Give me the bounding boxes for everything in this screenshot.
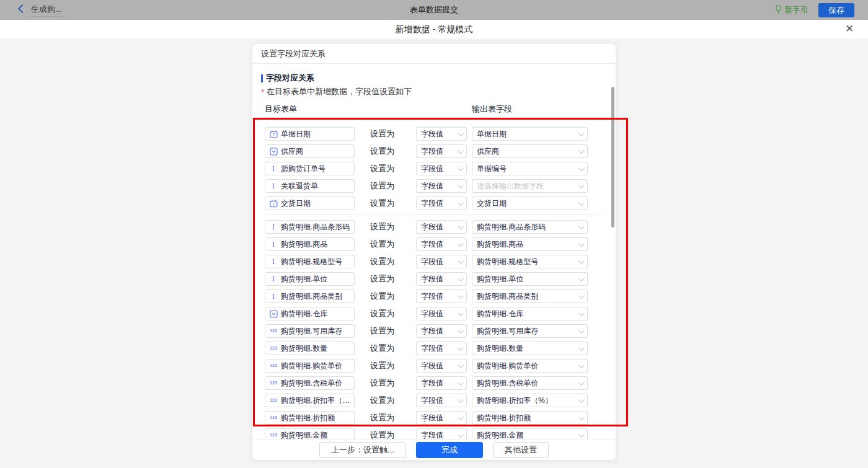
target-field-input[interactable]: 123购货明细.数量 [265, 342, 355, 355]
modal-header: 新增数据 - 常规模式 ✕ [0, 20, 868, 38]
output-field-select[interactable]: 购货明细.折扣额 [472, 411, 588, 425]
field-mapping-row: 购货明细.仓库设置为字段值购货明细.仓库 [252, 307, 616, 320]
selected-value: 字段值 [421, 198, 455, 209]
target-field-input[interactable]: 123购货明细.金额 [265, 428, 355, 439]
target-field-input[interactable]: I源购货订单号 [265, 162, 355, 175]
output-field-select[interactable]: 购货明细.金额 [472, 428, 588, 439]
output-field-select[interactable]: 购货明细.含税单价 [472, 376, 588, 390]
calendar-field-icon: 7 [269, 130, 278, 138]
output-field-select[interactable]: 购货明细.商品条形码 [472, 220, 588, 234]
save-button[interactable]: 保存 [818, 3, 854, 17]
target-field-input[interactable]: 7单据日期 [265, 127, 355, 141]
output-field-select[interactable]: 购货明细.商品类别 [472, 289, 588, 303]
target-field-input[interactable]: 123购货明细.购货单价 [265, 359, 355, 373]
value-type-select[interactable]: 字段值 [416, 359, 467, 373]
target-field-input[interactable]: 购货明细.仓库 [265, 307, 355, 320]
target-field-label: 购货明细.数量 [281, 343, 327, 354]
target-field-input[interactable]: I购货明细.商品条形码 [265, 220, 355, 234]
target-field-input[interactable]: 123购货明细.折扣额 [265, 411, 355, 425]
done-button[interactable]: 完成 [416, 442, 483, 458]
selected-value: 字段值 [421, 181, 455, 192]
value-type-select[interactable]: 字段值 [416, 411, 467, 425]
value-type-select[interactable]: 字段值 [416, 394, 467, 407]
chevron-down-icon [458, 165, 464, 171]
previous-step-button[interactable]: 上一步：设置触... [319, 442, 406, 458]
chevron-down-icon [578, 275, 585, 281]
chevron-down-icon [458, 258, 464, 264]
value-type-select[interactable]: 字段值 [416, 127, 467, 141]
output-field-select[interactable]: 购货明细.仓库 [472, 307, 588, 320]
selected-value: 购货明细.商品 [477, 239, 576, 250]
value-type-select[interactable]: 字段值 [416, 196, 467, 210]
set-as-label: 设置为 [370, 273, 404, 285]
field-mapping-row: 123购货明细.折扣率（%）设置为字段值购货明细.折扣率（%） [252, 394, 616, 407]
output-field-select[interactable]: 购货明细.规格型号 [472, 255, 588, 268]
output-field-select[interactable]: 购货明细.购货单价 [472, 359, 588, 373]
chevron-down-icon [578, 223, 585, 229]
output-field-select[interactable]: 交货日期 [472, 196, 588, 210]
svg-text:7: 7 [272, 133, 275, 137]
output-field-select[interactable]: 购货明细.折扣率（%） [472, 394, 588, 407]
value-type-select[interactable]: 字段值 [416, 272, 467, 286]
scrollbar-thumb[interactable] [611, 87, 614, 227]
output-field-select[interactable]: 单据日期 [472, 127, 588, 141]
field-mapping-row: 123购货明细.金额设置为字段值购货明细.金额 [252, 428, 616, 439]
selected-value: 字段值 [421, 222, 455, 232]
output-field-select[interactable]: 购货明细.可用库存 [472, 324, 588, 338]
output-field-select[interactable]: 购货明细.单位 [472, 272, 588, 286]
output-field-select[interactable]: 购货明细.数量 [472, 342, 588, 355]
value-type-select[interactable]: 字段值 [416, 162, 467, 175]
selected-value: 单据编号 [477, 164, 576, 174]
output-field-select[interactable]: 供应商 [472, 144, 588, 158]
selected-value: 字段值 [421, 430, 455, 439]
selected-value: 单据日期 [477, 129, 576, 139]
target-field-input[interactable]: 供应商 [265, 144, 355, 158]
target-field-label: 购货明细.商品类别 [281, 291, 342, 302]
instruction-text: * 在目标表单中新增数据，字段值设置如下 [261, 86, 616, 97]
value-type-select[interactable]: 字段值 [416, 237, 467, 251]
value-type-select[interactable]: 字段值 [416, 255, 467, 268]
output-field-select[interactable]: 请选择输出数据字段 [472, 179, 588, 193]
value-type-select[interactable]: 字段值 [416, 307, 467, 320]
target-field-input[interactable]: 123购货明细.含税单价 [265, 376, 355, 390]
target-field-input[interactable]: I关联退货单 [265, 179, 355, 193]
chevron-down-icon [578, 379, 585, 386]
chevron-down-icon [578, 431, 585, 438]
value-type-select[interactable]: 字段值 [416, 324, 467, 338]
selected-value: 购货明细.单位 [477, 274, 576, 285]
other-settings-button[interactable]: 其他设置 [493, 442, 549, 458]
target-field-input[interactable]: 123购货明细.折扣率（%） [265, 394, 355, 407]
value-type-select[interactable]: 字段值 [416, 428, 467, 439]
value-type-select[interactable]: 字段值 [416, 179, 467, 193]
target-field-label: 购货明细.含税单价 [281, 378, 342, 389]
target-field-input[interactable]: I购货明细.商品类别 [265, 289, 355, 303]
value-type-select[interactable]: 字段值 [416, 376, 467, 390]
calendar-field-icon: 7 [269, 200, 278, 208]
panel-body: 字段对应关系 * 在目标表单中新增数据，字段值设置如下 目标表单 输出表字段 7… [252, 64, 616, 439]
target-field-input[interactable]: I购货明细.规格型号 [265, 255, 355, 268]
newbie-guide-link[interactable]: 新手引 [775, 4, 808, 15]
set-as-label: 设置为 [370, 377, 404, 389]
value-type-select[interactable]: 字段值 [416, 220, 467, 234]
modal-title: 新增数据 - 常规模式 [0, 24, 868, 35]
target-field-input[interactable]: 123购货明细.可用库存 [265, 324, 355, 338]
target-field-label: 购货明细.商品条形码 [281, 222, 350, 232]
output-field-select[interactable]: 单据编号 [472, 162, 588, 175]
set-as-label: 设置为 [370, 395, 404, 406]
field-mapping-row: 123购货明细.购货单价设置为字段值购货明细.购货单价 [252, 359, 616, 373]
set-as-label: 设置为 [370, 343, 404, 354]
value-type-select[interactable]: 字段值 [416, 342, 467, 355]
value-type-select[interactable]: 字段值 [416, 144, 467, 158]
select-field-icon [269, 148, 278, 156]
panel-header: 设置字段对应关系 [252, 44, 616, 64]
close-icon[interactable]: ✕ [842, 22, 857, 37]
field-mapping-row: 供应商设置为字段值供应商 [252, 144, 616, 158]
set-as-label: 设置为 [370, 412, 404, 423]
target-field-input[interactable]: I购货明细.单位 [265, 272, 355, 286]
selected-value: 购货明细.折扣率（%） [477, 395, 576, 406]
output-field-select[interactable]: 购货明细.商品 [472, 237, 588, 251]
target-field-input[interactable]: I购货明细.商品 [265, 237, 355, 251]
value-type-select[interactable]: 字段值 [416, 289, 467, 303]
target-field-input[interactable]: 7交货日期 [265, 196, 355, 210]
set-as-label: 设置为 [370, 256, 404, 267]
